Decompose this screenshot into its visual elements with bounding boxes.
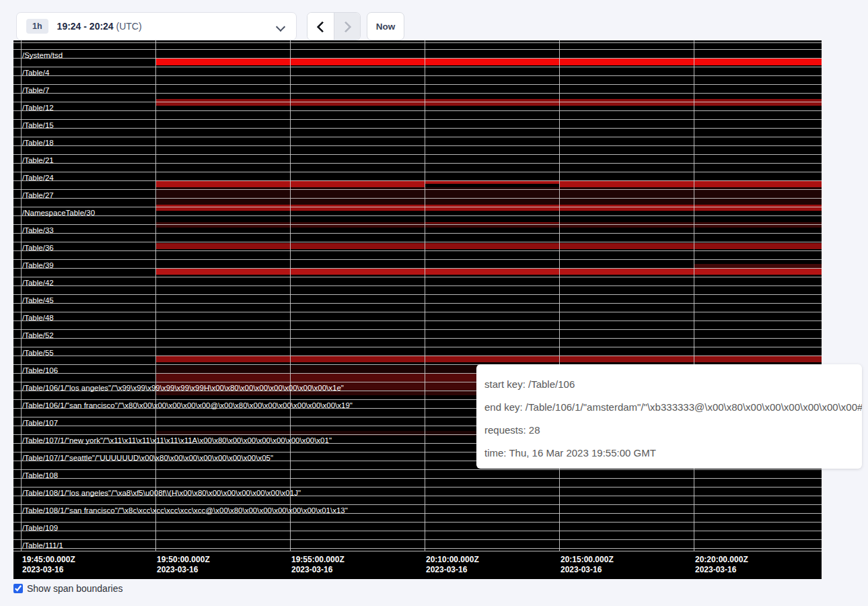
heat-band: [425, 222, 559, 224]
row-label: /Table/108/1/"los angeles"/"\xa8\xf5\u00…: [22, 490, 301, 497]
row-label: /Table/108/1/"san francisco"/"\x8c\xcc\x…: [22, 507, 348, 514]
span-boundary-line: [13, 312, 822, 312]
time-nav-group: [307, 12, 361, 40]
span-boundary-line: [13, 189, 822, 190]
span-boundary-line: [13, 539, 822, 540]
heat-band: [156, 269, 822, 275]
prev-time-button[interactable]: [308, 13, 334, 40]
time-range-duration-badge: 1h: [26, 19, 48, 34]
span-boundary-line: [13, 321, 822, 321]
row-label: /Table/111/1: [22, 542, 63, 549]
span-boundary-line: [13, 347, 822, 347]
span-boundary-line: [13, 478, 822, 479]
row-label: /Table/106: [22, 367, 58, 374]
x-axis-label: 19:55:00.000Z2023-03-16: [291, 555, 345, 575]
row-label: /Table/12: [22, 104, 54, 112]
row-label: /Table/52: [22, 332, 54, 339]
time-range-value: 19:24 - 20:24: [57, 21, 114, 32]
tooltip-line: start key: /Table/106: [484, 373, 854, 396]
row-label: /System/tsd: [22, 52, 63, 59]
time-gridline: [559, 40, 560, 551]
row-label: /Table/15: [22, 122, 54, 129]
span-boundary-line: [13, 504, 822, 505]
row-label: /Table/107/1/"seattle"/"UUUUUUD\x00\x80\…: [22, 454, 273, 462]
row-label: /Table/27: [22, 192, 54, 199]
span-boundary-line: [13, 356, 822, 356]
span-boundary-line: [13, 242, 822, 242]
row-label: /Table/109: [22, 525, 58, 532]
row-label: /Table/106/1/"san francisco"/"\x80\x00\x…: [22, 402, 353, 409]
key-visualizer-page: 1h 19:24 - 20:24 (UTC) Now /System/tsd/T…: [0, 0, 868, 606]
span-boundary-line: [13, 303, 822, 304]
span-boundary-line: [13, 224, 822, 225]
time-range-label: 19:24 - 20:24 (UTC): [57, 21, 142, 32]
row-label: /Table/7: [22, 87, 49, 94]
row-label: /Table/4: [22, 69, 49, 77]
heat-band: [156, 205, 822, 211]
footer: Show span boundaries: [13, 583, 122, 594]
span-boundary-line: [13, 250, 822, 251]
span-boundary-line: [13, 128, 822, 129]
span-boundary-line: [13, 180, 822, 181]
tooltip-line: end key: /Table/106/1/"amsterdam"/"\xb33…: [484, 396, 854, 419]
x-axis-label: 20:20:00.000Z2023-03-16: [695, 555, 748, 575]
row-label: /Table/18: [22, 139, 54, 147]
row-label: /Table/108: [22, 472, 58, 479]
tooltip-line: time: Thu, 16 Mar 2023 19:55:00 GMT: [484, 442, 854, 465]
row-label: /Table/45: [22, 297, 54, 304]
time-gridline: [155, 40, 156, 551]
show-span-boundaries-label[interactable]: Show span boundaries: [27, 583, 122, 594]
span-boundary-line: [13, 198, 822, 199]
span-boundary-line: [13, 277, 822, 277]
row-label: /Table/42: [22, 279, 54, 287]
heat-band: [156, 356, 822, 362]
tooltip-line: requests: 28: [484, 419, 854, 442]
span-boundary-line: [13, 119, 822, 120]
span-boundary-line: [13, 58, 822, 59]
span-boundary-line: [13, 110, 822, 111]
span-boundary-line: [13, 551, 822, 551]
row-label: /Table/33: [22, 227, 54, 234]
span-boundary-line: [13, 338, 822, 339]
hover-tooltip: start key: /Table/106end key: /Table/106…: [476, 364, 862, 469]
heat-band: [156, 243, 822, 249]
span-boundary-line: [13, 172, 822, 172]
span-boundary-line: [13, 42, 822, 43]
time-range-select[interactable]: 1h 19:24 - 20:24 (UTC): [16, 12, 297, 40]
span-boundary-line: [13, 294, 822, 295]
span-boundary-line: [13, 75, 822, 76]
span-boundary-line: [13, 531, 822, 531]
now-button[interactable]: Now: [367, 12, 404, 40]
span-boundary-line: [13, 268, 822, 269]
span-boundary-line: [13, 163, 822, 164]
row-label: /Table/24: [22, 174, 54, 182]
heat-band: [156, 99, 822, 106]
span-boundary-line: [13, 215, 822, 216]
row-label: /Table/106/1/"los angeles"/"\x99\x99\x99…: [22, 384, 344, 392]
row-label: /Table/107/1/"new york"/"\x11\x11\x11\x1…: [22, 437, 332, 444]
row-label: /Table/107: [22, 419, 58, 427]
next-time-button-disabled[interactable]: [334, 13, 361, 40]
x-axis-label: 20:10:00.000Z2023-03-16: [426, 555, 479, 575]
row-label: /NamespaceTable/30: [22, 209, 95, 217]
x-axis-label: 19:45:00.000Z2023-03-16: [22, 555, 75, 575]
row-label: /Table/55: [22, 349, 54, 357]
x-axis-label: 19:50:00.000Z2023-03-16: [157, 555, 210, 575]
heat-band: [156, 59, 822, 65]
key-visualizer-canvas[interactable]: /System/tsd/Table/4/Table/7/Table/12/Tab…: [13, 40, 822, 579]
span-boundary-line: [13, 84, 822, 85]
span-boundary-line: [13, 145, 822, 146]
span-boundary-line: [13, 285, 822, 286]
chevron-right-icon: [340, 22, 351, 33]
time-gridline: [425, 40, 425, 551]
row-label: /Table/36: [22, 244, 54, 252]
span-boundary-line: [13, 67, 822, 67]
span-boundary-line: [13, 137, 822, 137]
span-boundary-line: [13, 522, 822, 523]
show-span-boundaries-checkbox[interactable]: [13, 584, 23, 593]
time-gridline: [694, 40, 694, 551]
time-gridline: [290, 40, 291, 551]
row-label: /Table/39: [22, 262, 54, 269]
span-boundary-line: [13, 102, 822, 102]
time-gridline: [21, 40, 22, 551]
